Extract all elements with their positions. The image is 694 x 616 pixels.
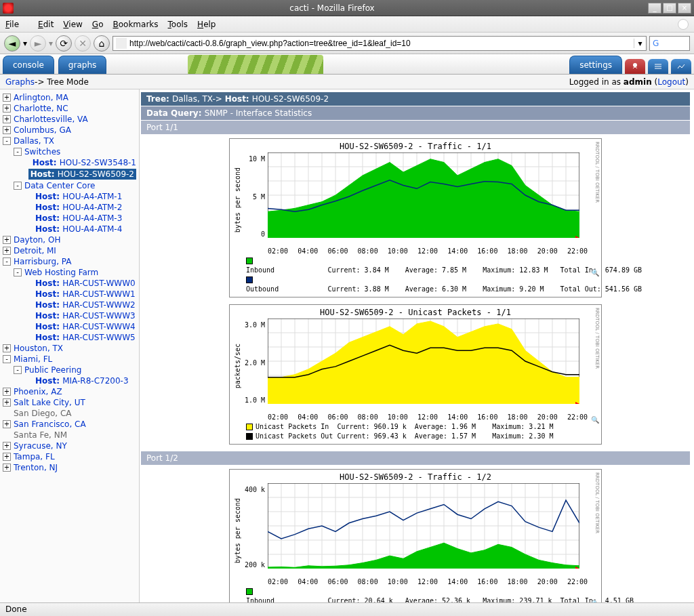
menu-go[interactable]: Go	[92, 20, 104, 29]
breadcrumb-graphs[interactable]: Graphs	[5, 77, 35, 87]
expander-icon[interactable]: -	[3, 355, 11, 363]
expander-icon[interactable]: +	[3, 247, 11, 255]
tree-item[interactable]: +Charlottesville, VA	[0, 114, 139, 125]
tree-item[interactable]: Host: HAR-CUST-WWW1	[0, 289, 139, 300]
tree-item[interactable]: Host: HOU-A4-ATM-2	[0, 202, 139, 213]
preview-view-icon[interactable]	[671, 59, 691, 74]
tree-item-label[interactable]: Host: HOU-A4-ATM-2	[35, 203, 122, 212]
menu-help[interactable]: Help	[197, 20, 216, 29]
tree-item[interactable]: Host: HAR-CUST-WWW4	[0, 321, 139, 332]
expander-icon[interactable]: +	[3, 126, 11, 134]
tree-item-label[interactable]: Columbus, GA	[14, 125, 71, 135]
tree-item-label[interactable]: Host: HAR-CUST-WWW4	[35, 322, 136, 331]
tree-item[interactable]: Host: HOU-A4-ATM-4	[0, 224, 139, 234]
tree-item-label[interactable]: Host: HOU-A4-ATM-1	[35, 192, 122, 201]
expander-icon[interactable]: -	[14, 366, 22, 374]
zoom-icon[interactable]: 🔍	[591, 416, 600, 424]
tree-item-label[interactable]: Dayton, OH	[14, 235, 60, 245]
expander-icon[interactable]: +	[3, 398, 11, 407]
tree-item-label[interactable]: Houston, TX	[14, 344, 63, 353]
list-view-icon[interactable]	[648, 59, 668, 74]
tree-item-label[interactable]: Host: HOU-A4-ATM-4	[35, 224, 122, 234]
tree-item-label[interactable]: Host: HAR-CUST-WWW2	[35, 300, 136, 310]
tree-item[interactable]: San Diego, CA	[0, 408, 139, 419]
home-button[interactable]: ⌂	[94, 35, 110, 52]
url-dropdown[interactable]: ▾	[634, 39, 646, 48]
tree-item-label[interactable]: Charlotte, NC	[14, 104, 68, 113]
expander-icon[interactable]: +	[3, 104, 11, 112]
tree-item-label[interactable]: Santa Fe, NM	[14, 430, 67, 440]
tab-graphs[interactable]: graphs	[58, 56, 106, 74]
tree-item[interactable]: Host: HAR-CUST-WWW3	[0, 310, 139, 321]
graph-box[interactable]: RRDTOOL / TOBI OETIKER🔍HOU-S2-SW6509-2 -…	[229, 469, 602, 616]
expander-icon[interactable]: -	[3, 258, 11, 266]
expander-icon[interactable]: +	[3, 388, 11, 396]
tree-item-label[interactable]: Web Hosting Farm	[24, 268, 98, 277]
tree-item-label[interactable]: Salt Lake City, UT	[14, 398, 85, 407]
tree-item[interactable]: +Syracuse, NY	[0, 440, 139, 451]
close-button[interactable]: ×	[678, 3, 691, 14]
tree-item[interactable]: +Arlington, MA	[0, 92, 139, 103]
tree-item[interactable]: Host: HAR-CUST-WWW5	[0, 332, 139, 343]
tree-item[interactable]: +Phoenix, AZ	[0, 386, 139, 397]
expander-icon[interactable]: +	[3, 115, 11, 123]
tree-item[interactable]: +Tampa, FL	[0, 451, 139, 462]
url-input[interactable]	[129, 37, 634, 50]
back-button[interactable]: ◄	[4, 35, 20, 52]
tree-item[interactable]: Host: HOU-A4-ATM-3	[0, 213, 139, 224]
tree-item[interactable]: Host: HOU-S2-SW6509-2	[0, 168, 139, 180]
tree-item-label[interactable]: Host: MIA-R8-C7200-3	[35, 376, 129, 386]
reload-button[interactable]: ⟳	[56, 35, 72, 52]
tree-item[interactable]: -Switches	[0, 146, 139, 157]
tree-item-label[interactable]: Dallas, TX	[14, 136, 54, 146]
tree-item[interactable]: Host: HAR-CUST-WWW0	[0, 278, 139, 289]
logout-link[interactable]: Logout	[657, 77, 685, 87]
expander-icon[interactable]: +	[3, 453, 11, 461]
tree-item-label[interactable]: Arlington, MA	[14, 93, 68, 102]
menu-file[interactable]: File	[5, 20, 28, 29]
tree-item-label[interactable]: Miami, FL	[14, 354, 52, 364]
tree-item[interactable]: +Detroit, MI	[0, 245, 139, 256]
tab-console[interactable]: console	[3, 56, 54, 74]
tree-item-label[interactable]: Detroit, MI	[14, 246, 56, 255]
menu-tools[interactable]: Tools	[168, 20, 188, 29]
tree-item-label[interactable]: Host: HAR-CUST-WWW0	[35, 279, 136, 288]
tree-item-label[interactable]: San Francisco, CA	[14, 419, 86, 429]
expander-icon[interactable]: -	[14, 182, 22, 190]
tree-item[interactable]: -Public Peering	[0, 365, 139, 375]
tree-item-label[interactable]: Host: HOU-S2-SW6509-2	[28, 169, 136, 180]
tree-item[interactable]: Host: MIA-R8-C7200-3	[0, 375, 139, 386]
url-bar[interactable]: ▾	[113, 36, 647, 51]
tree-item[interactable]: +Salt Lake City, UT	[0, 397, 139, 408]
tree-item-label[interactable]: Host: HOU-A4-ATM-3	[35, 213, 122, 223]
tree-item-label[interactable]: Host: HAR-CUST-WWW3	[35, 311, 136, 321]
tree-item[interactable]: +Trenton, NJ	[0, 462, 139, 473]
tree-item-label[interactable]: Host: HAR-CUST-WWW1	[35, 289, 136, 299]
tree-item[interactable]: Host: HOU-S2-SW3548-1	[0, 157, 139, 168]
tree-item-label[interactable]: Trenton, NJ	[14, 463, 58, 472]
expander-icon[interactable]: +	[3, 420, 11, 428]
tree-item-label[interactable]: Syracuse, NY	[14, 441, 67, 451]
tree-item-label[interactable]: Tampa, FL	[14, 452, 55, 461]
tab-settings[interactable]: settings	[569, 56, 622, 74]
expander-icon[interactable]: +	[3, 344, 11, 352]
expander-icon[interactable]: +	[3, 94, 11, 102]
tree-item[interactable]: +Houston, TX	[0, 343, 139, 354]
maximize-button[interactable]: □	[663, 3, 676, 14]
graph-box[interactable]: RRDTOOL / TOBI OETIKER🔍HOU-S2-SW6509-2 -…	[229, 304, 602, 445]
back-dropdown[interactable]: ▾	[23, 39, 27, 48]
menu-edit[interactable]: Edit	[38, 20, 54, 29]
menu-bookmarks[interactable]: Bookmarks	[113, 20, 158, 29]
tree-item[interactable]: Santa Fe, NM	[0, 430, 139, 440]
tree-item[interactable]: +San Francisco, CA	[0, 419, 139, 430]
expander-icon[interactable]: +	[3, 464, 11, 472]
tree-item[interactable]: -Miami, FL	[0, 354, 139, 365]
tree-item-label[interactable]: Host: HOU-S2-SW3548-1	[33, 158, 136, 167]
expander-icon[interactable]: -	[3, 137, 11, 145]
graph-box[interactable]: RRDTOOL / TOBI OETIKER🔍HOU-S2-SW6509-2 -…	[229, 138, 602, 297]
tree-item[interactable]: -Web Hosting Farm	[0, 267, 139, 278]
tree-item-label[interactable]: Phoenix, AZ	[14, 387, 62, 396]
search-bar[interactable]: G	[649, 36, 690, 51]
tree-item[interactable]: Host: HAR-CUST-WWW2	[0, 300, 139, 310]
expander-icon[interactable]: -	[14, 148, 22, 156]
